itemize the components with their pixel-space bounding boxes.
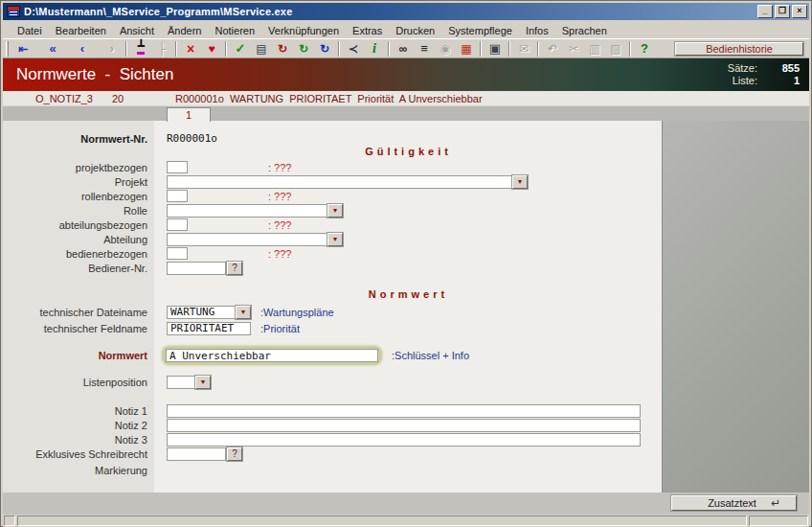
menu-datei[interactable]: Datei — [11, 23, 49, 38]
notiz1-field[interactable] — [167, 404, 641, 418]
chevron-down-icon[interactable]: ▼ — [236, 306, 251, 319]
normwert-nr-label: Normwert-Nr. — [3, 133, 154, 145]
list-icon[interactable]: ≡ — [414, 40, 435, 57]
menu-systempflege[interactable]: Systempflege — [441, 23, 519, 38]
tab-strip: 1 — [3, 105, 809, 121]
confirm-icon[interactable]: ✓ — [230, 40, 251, 57]
feldname-field[interactable] — [167, 322, 251, 335]
bediener-nr-label: Bediener-Nr. — [3, 263, 154, 274]
background-filler — [663, 121, 809, 493]
help-icon[interactable]: ? — [634, 40, 655, 57]
liste-label: Liste: — [733, 75, 757, 87]
notiz2-field[interactable] — [167, 419, 641, 432]
link-icon[interactable]: ≺ — [343, 40, 364, 57]
saetze-value: 855 — [761, 62, 800, 75]
abteilungsbezogen-field[interactable] — [167, 218, 188, 231]
menu-infos[interactable]: Infos — [519, 23, 555, 38]
notes-icon[interactable]: ▤ — [251, 40, 272, 57]
window-title: D:\Mustermann\_MService_Programm\MServic… — [24, 6, 757, 17]
mail-icon: ✉ — [513, 40, 534, 57]
listenposition-label: Listenposition — [3, 377, 154, 388]
back-icon[interactable]: ‹ — [72, 40, 93, 57]
toolbar-separator — [175, 41, 177, 57]
lookup-button[interactable]: ? — [227, 262, 242, 275]
info-icon[interactable]: i — [364, 40, 385, 57]
projekt-select[interactable]: ▼ — [167, 175, 528, 189]
tab-1[interactable]: 1 — [167, 107, 211, 122]
menu-drucken[interactable]: Drucken — [389, 23, 441, 38]
chevron-down-icon[interactable]: ▼ — [327, 204, 343, 218]
projektbezogen-field[interactable] — [167, 161, 188, 173]
first-record-icon[interactable]: ⇤ — [12, 40, 34, 57]
record-stats: Sätze: 855 Liste: 1 — [728, 62, 809, 87]
liste-value: 1 — [761, 75, 800, 87]
status-segment — [17, 516, 747, 526]
listenposition-select[interactable]: ▼ — [167, 376, 211, 389]
section-gueltigkeit: Gültigkeit — [154, 146, 663, 160]
toolbar-separator — [338, 41, 340, 57]
toolbar-grip — [6, 41, 9, 57]
stamp-icon[interactable]: ┻ — [130, 40, 151, 57]
record-field-id: O_NOTIZ_3 — [35, 93, 112, 104]
feldname-hint: :Priorität — [260, 323, 300, 334]
refresh-red-icon[interactable]: ↻ — [272, 40, 293, 57]
abteilung-select[interactable]: ▼ — [167, 233, 343, 246]
bedienerbezogen-hint: : ??? — [268, 248, 291, 260]
menu-verknuepfungen[interactable]: Verknüpfungen — [261, 23, 346, 38]
menu-notieren[interactable]: Notieren — [208, 23, 261, 38]
return-arrow-icon: ↵ — [771, 496, 796, 510]
bediener-nr-field[interactable] — [167, 262, 226, 275]
fast-back-icon[interactable]: « — [42, 40, 63, 57]
bedienerbezogen-field[interactable] — [167, 247, 188, 260]
feldname-label: technischer Feldname — [3, 323, 154, 334]
record-summary: R000001o WARTUNG PRIORITAET Priorität A … — [175, 93, 483, 104]
menu-extras[interactable]: Extras — [346, 23, 389, 38]
toolbar-separator — [388, 41, 390, 57]
refresh-blue-icon[interactable]: ↻ — [314, 40, 335, 57]
chevron-down-icon[interactable]: ▼ — [512, 175, 528, 189]
status-segment — [749, 516, 808, 526]
tree-icon: ├ — [151, 40, 172, 57]
refresh-green-icon[interactable]: ↻ — [293, 40, 314, 57]
rollenbezogen-field[interactable] — [167, 190, 188, 202]
print-icon[interactable]: ▣ — [485, 40, 506, 57]
paste-icon: ▨ — [605, 40, 626, 57]
rolle-select[interactable]: ▼ — [167, 204, 343, 218]
forward-icon: › — [102, 40, 123, 57]
menu-bearbeiten[interactable]: Bearbeiten — [49, 23, 113, 38]
normwert-field[interactable] — [166, 349, 378, 362]
schreibrecht-field[interactable] — [167, 447, 226, 461]
page-title: Normwerte - Sichten — [3, 65, 728, 84]
app-icon — [7, 6, 20, 17]
lookup-button[interactable]: ? — [227, 447, 242, 461]
abteilungsbezogen-label: abteilungsbezogen — [3, 219, 154, 231]
search-binoculars-icon[interactable]: ∞ — [393, 40, 414, 57]
bedienhistorie-button[interactable]: Bedienhistorie — [675, 42, 803, 56]
delete-icon[interactable]: × — [180, 40, 201, 57]
menu-sprachen[interactable]: Sprachen — [555, 23, 614, 38]
undo-icon: ↶ — [542, 40, 563, 57]
markierung-label: Markierung — [3, 465, 154, 476]
notiz3-label: Notiz 3 — [3, 434, 154, 446]
zusatztext-button[interactable]: Zusatztext ↵ — [671, 495, 797, 511]
zusatztext-label: Zusatztext — [672, 497, 771, 509]
close-button[interactable]: × — [792, 5, 807, 18]
menu-ansicht[interactable]: Ansicht — [113, 23, 161, 38]
notiz3-field[interactable] — [167, 433, 641, 447]
projektbezogen-hint: : ??? — [268, 162, 291, 173]
palette-icon[interactable]: ▦ — [456, 40, 477, 57]
header-banner: Normwerte - Sichten Sätze: 855 Liste: 1 — [3, 58, 809, 91]
menu-aendern[interactable]: Ändern — [161, 23, 208, 38]
title-bar: D:\Mustermann\_MService_Programm\MServic… — [3, 3, 809, 20]
normwert-label: Normwert — [3, 350, 154, 361]
section-normwert: Normwert — [154, 288, 663, 303]
dateiname-select[interactable]: ▼ — [167, 306, 251, 319]
rollenbezogen-label: rollenbezogen — [3, 191, 154, 202]
chevron-down-icon[interactable]: ▼ — [195, 376, 211, 389]
status-segment — [4, 516, 15, 526]
favorite-icon[interactable]: ♥ — [201, 40, 222, 57]
chevron-down-icon[interactable]: ▼ — [327, 233, 343, 246]
notiz1-label: Notiz 1 — [3, 405, 154, 417]
minimize-button[interactable]: _ — [757, 5, 773, 18]
maximize-button[interactable]: ❐ — [775, 5, 790, 18]
